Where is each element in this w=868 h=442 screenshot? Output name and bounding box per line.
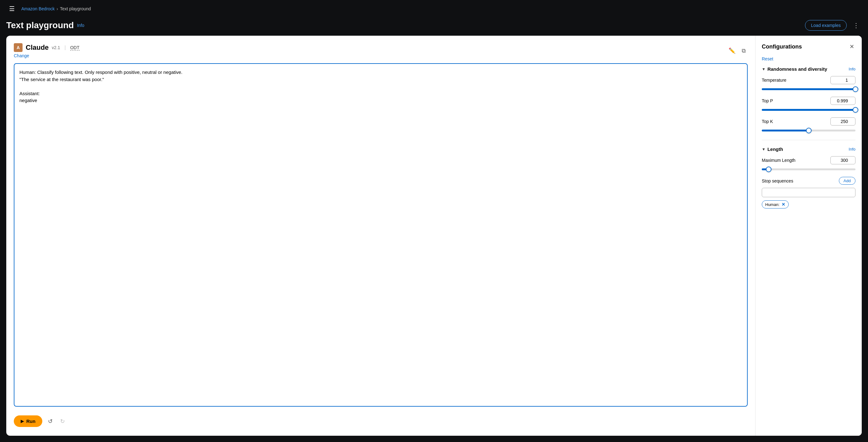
temperature-row: Temperature xyxy=(762,76,856,84)
top-k-slider-container xyxy=(762,127,856,134)
anthropic-logo: A xyxy=(14,43,23,52)
stop-sequence-input[interactable] xyxy=(762,188,856,197)
randomness-title-row: ▼ Randomness and diversity xyxy=(762,66,827,72)
configurations-panel: Configurations ✕ Reset ▼ Randomness and … xyxy=(755,36,862,436)
model-separator: | xyxy=(65,45,66,50)
tag-remove-button[interactable]: ✕ xyxy=(781,202,785,207)
max-length-input[interactable] xyxy=(830,156,856,164)
run-button[interactable]: ▶ Run xyxy=(14,415,42,427)
temperature-label: Temperature xyxy=(762,78,786,82)
model-type: ODT xyxy=(70,45,80,50)
model-version: v2.1 xyxy=(52,45,60,50)
breadcrumb-separator: › xyxy=(57,6,58,11)
length-arrow: ▼ xyxy=(762,147,766,151)
randomness-section-header: ▼ Randomness and diversity Info xyxy=(762,66,856,72)
length-section-title: Length xyxy=(767,146,783,152)
stop-sequence-tag: Human: ✕ xyxy=(762,200,789,208)
length-section: ▼ Length Info Maximum Length xyxy=(762,146,856,208)
top-k-row: Top K xyxy=(762,117,856,126)
stop-sequences-item: Stop sequences Add Human: ✕ xyxy=(762,177,856,208)
breadcrumb-current: Text playground xyxy=(60,6,91,11)
main-content: A Claude v2.1 | ODT Change ✏️ xyxy=(0,36,868,442)
section-divider xyxy=(762,140,856,140)
config-header: Configurations ✕ xyxy=(762,42,856,52)
randomness-section: ▼ Randomness and diversity Info Temperat… xyxy=(762,66,856,134)
breadcrumb: Amazon Bedrock › Text playground xyxy=(21,6,91,11)
model-header: A Claude v2.1 | ODT Change ✏️ xyxy=(14,43,748,58)
header-actions: Load examples ⋮ xyxy=(805,20,862,31)
temperature-item: Temperature xyxy=(762,76,856,92)
top-p-input[interactable] xyxy=(830,97,856,105)
randomness-info-link[interactable]: Info xyxy=(848,67,856,71)
model-actions: ✏️ ⧉ xyxy=(727,45,748,56)
top-p-row: Top P xyxy=(762,97,856,105)
change-model-link[interactable]: Change xyxy=(14,53,80,58)
page-title-row: Text playground Info xyxy=(6,20,84,30)
temperature-input[interactable] xyxy=(830,76,856,84)
page-title: Text playground xyxy=(6,20,74,30)
page-header: Text playground Info Load examples ⋮ xyxy=(0,18,868,36)
max-length-row: Maximum Length xyxy=(762,156,856,164)
close-config-button[interactable]: ✕ xyxy=(848,42,856,52)
undo-button[interactable]: ↺ xyxy=(46,416,55,427)
top-k-item: Top K xyxy=(762,117,856,134)
config-title: Configurations xyxy=(762,43,802,50)
prompt-textarea[interactable] xyxy=(14,63,748,407)
hamburger-button[interactable]: ☰ xyxy=(6,3,18,14)
hamburger-icon: ☰ xyxy=(9,5,15,12)
top-p-slider-container xyxy=(762,107,856,113)
bottom-bar: ▶ Run ↺ ↻ xyxy=(14,412,748,428)
redo-icon: ↻ xyxy=(60,418,65,424)
randomness-arrow: ▼ xyxy=(762,67,766,71)
stop-sequences-label: Stop sequences xyxy=(762,178,793,183)
model-name: Claude xyxy=(26,43,49,52)
copy-icon-button[interactable]: ⧉ xyxy=(740,45,748,56)
info-badge[interactable]: Info xyxy=(77,23,84,28)
model-info: A Claude v2.1 | ODT Change xyxy=(14,43,80,58)
top-nav: ☰ Amazon Bedrock › Text playground xyxy=(0,0,868,18)
left-panel: A Claude v2.1 | ODT Change ✏️ xyxy=(6,36,755,436)
copy-icon: ⧉ xyxy=(742,47,746,54)
breadcrumb-brand-link[interactable]: Amazon Bedrock xyxy=(21,6,55,11)
svg-text:A: A xyxy=(17,45,20,50)
load-examples-button[interactable]: Load examples xyxy=(805,20,847,31)
dots-menu-button[interactable]: ⋮ xyxy=(850,20,862,30)
main-card: A Claude v2.1 | ODT Change ✏️ xyxy=(6,36,862,436)
max-length-slider-container xyxy=(762,166,856,172)
top-k-input[interactable] xyxy=(830,117,856,126)
top-p-label: Top P xyxy=(762,98,773,103)
max-length-item: Maximum Length xyxy=(762,156,856,172)
edit-icon-button[interactable]: ✏️ xyxy=(727,45,737,56)
length-section-header: ▼ Length Info xyxy=(762,146,856,152)
edit-icon: ✏️ xyxy=(728,47,736,54)
length-title-row: ▼ Length xyxy=(762,146,783,152)
model-title-row: A Claude v2.1 | ODT xyxy=(14,43,80,52)
tag-label: Human: xyxy=(765,202,780,207)
top-p-item: Top P xyxy=(762,97,856,113)
stop-sequence-tags: Human: ✕ xyxy=(762,200,856,208)
length-info-link[interactable]: Info xyxy=(848,147,856,151)
top-k-label: Top K xyxy=(762,119,773,124)
reset-link[interactable]: Reset xyxy=(762,56,856,61)
stop-sequences-row: Stop sequences Add xyxy=(762,177,856,185)
randomness-section-title: Randomness and diversity xyxy=(767,66,827,72)
temperature-slider-container xyxy=(762,86,856,92)
run-label: Run xyxy=(26,418,35,424)
play-icon: ▶ xyxy=(21,419,24,423)
redo-button[interactable]: ↻ xyxy=(58,416,67,427)
max-length-label: Maximum Length xyxy=(762,158,795,163)
add-stop-sequence-button[interactable]: Add xyxy=(839,177,856,185)
undo-icon: ↺ xyxy=(48,418,53,424)
